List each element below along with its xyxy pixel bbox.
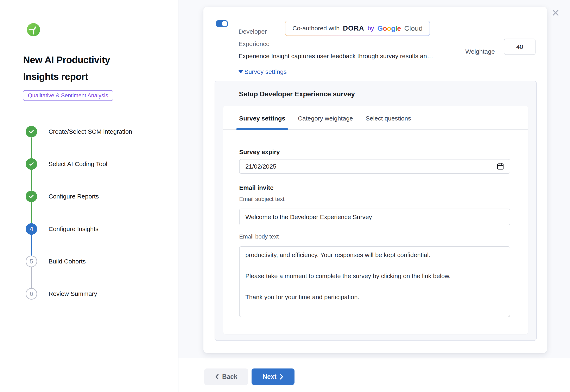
close-icon[interactable] <box>551 8 560 17</box>
weightage-label: Weightage <box>465 48 495 55</box>
developer-experience-toggle[interactable] <box>216 20 228 27</box>
tab-survey-settings[interactable]: Survey settings <box>239 115 285 129</box>
toggle-knob <box>222 21 227 27</box>
sidebar-step-build-cohorts[interactable]: Build Cohorts <box>48 258 86 265</box>
insight-name: Developer Experience <box>238 25 286 50</box>
dora-logo: DORA <box>343 24 364 32</box>
sidebar-step-ai-coding-tool[interactable]: Select AI Coding Tool <box>48 161 107 168</box>
step-indicator-4[interactable]: 4 <box>26 223 37 235</box>
check-icon <box>28 193 34 199</box>
step-indicator-3[interactable] <box>26 191 37 202</box>
dora-coauthor-badge: Co-authored with DORA by Google Cloud <box>285 21 430 36</box>
back-button[interactable]: Back <box>204 368 248 385</box>
step-indicator-2[interactable] <box>26 158 37 170</box>
sidebar-step-scm-integration[interactable]: Create/Select SCM integration <box>48 128 132 135</box>
page: New AI Productivity Insights report Qual… <box>0 0 570 392</box>
email-subject-input[interactable] <box>239 209 510 225</box>
survey-expiry-input[interactable] <box>239 159 510 174</box>
step-number: 6 <box>30 290 33 297</box>
email-body-textarea[interactable]: productivity, and efficiency. Your respo… <box>239 246 510 317</box>
tab-select-questions[interactable]: Select questions <box>365 115 411 129</box>
sidebar-step-configure-reports[interactable]: Configure Reports <box>48 193 99 200</box>
app-logo-icon <box>27 23 40 36</box>
setup-survey-heading: Setup Developer Experience survey <box>239 90 536 98</box>
google-logo: Google <box>377 24 401 32</box>
step-number: 4 <box>30 225 33 233</box>
configure-insights-panel: Developer Experience Co-authored with DO… <box>204 7 547 353</box>
email-invite-label: Email invite <box>239 184 510 191</box>
survey-settings-collapse-link[interactable]: Survey settings <box>238 68 287 75</box>
email-body-label: Email body text <box>239 233 510 240</box>
google-cloud-label: Cloud <box>404 24 423 32</box>
step-connector <box>31 137 32 158</box>
check-icon <box>28 161 34 167</box>
weightage-input[interactable] <box>504 39 536 55</box>
chevron-left-icon <box>215 374 219 380</box>
page-title: New AI Productivity Insights report <box>23 52 110 85</box>
step-connector <box>31 235 32 256</box>
insight-description: Experience Insight captures user feedbac… <box>238 53 433 60</box>
footer-divider <box>178 358 570 358</box>
step-connector <box>31 267 32 288</box>
sidebar-step-configure-insights[interactable]: Configure Insights <box>48 225 99 233</box>
sidebar-divider <box>178 0 178 392</box>
chevron-right-icon <box>279 374 284 380</box>
step-indicator-6[interactable]: 6 <box>26 288 37 300</box>
email-subject-label: Email subject text <box>239 196 510 202</box>
survey-expiry-label: Survey expiry <box>239 149 510 155</box>
survey-settings-card: Survey settings Category weightage Selec… <box>223 106 528 334</box>
tab-category-weightage[interactable]: Category weightage <box>298 115 353 129</box>
step-indicator-1[interactable] <box>26 126 37 137</box>
step-number: 5 <box>30 258 33 265</box>
step-indicator-5[interactable]: 5 <box>26 256 37 267</box>
check-icon <box>28 128 34 135</box>
badge-by: by <box>368 25 374 32</box>
step-connector <box>31 170 32 191</box>
next-button[interactable]: Next <box>251 368 294 385</box>
report-type-badge: Qualitative & Sentiment Analysis <box>23 90 113 101</box>
badge-prefix: Co-authored with <box>292 25 339 32</box>
survey-tabs: Survey settings Category weightage Selec… <box>223 106 528 130</box>
step-connector <box>31 202 32 223</box>
setup-survey-card: Setup Developer Experience survey Survey… <box>215 81 537 341</box>
caret-down-icon <box>238 70 243 73</box>
sidebar-step-review-summary[interactable]: Review Summary <box>48 290 97 297</box>
